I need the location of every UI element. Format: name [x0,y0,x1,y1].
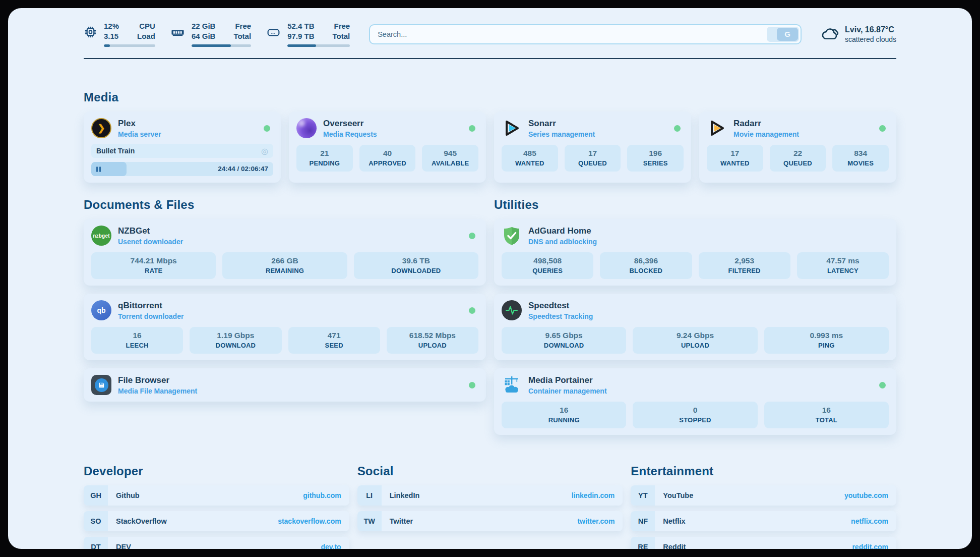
stat-value: 22 [772,149,824,158]
stat-value: 744.21 Mbps [93,256,214,265]
stat-value: 12% [104,21,119,31]
section-social: Social LI LinkedIn linkedin.com TW Twitt… [357,464,623,531]
stat-chip: 40APPROVED [359,145,416,172]
section-media: Media ❯ Plex Media server Bullet Train ◎ [84,90,896,183]
link-row-twitter[interactable]: TW Twitter twitter.com [357,511,623,531]
search-provider-button[interactable]: G [767,27,799,42]
stat-value: 834 [834,149,887,158]
system-stat-memory: 22 GiB Free 64 GiB Total [170,21,251,47]
service-title: Plex [118,119,161,129]
link-tag: SO [84,511,108,531]
qbittorrent-icon-label: qb [97,306,105,314]
stat-chip: 2,953FILTERED [699,252,790,279]
stat-label: LEECH [93,342,181,349]
playback-progress-fill [91,162,127,176]
service-card-qbittorrent[interactable]: qb qBittorrent Torrent downloader 16LEEC… [84,294,486,360]
stat-value: 21 [298,149,351,158]
link-row-reddit[interactable]: RE Reddit reddit.com [631,537,896,549]
stat-chip: 1.19 GbpsDOWNLOAD [190,327,281,354]
stat-value: 266 GB [224,256,345,265]
service-title: AdGuard Home [528,226,597,236]
weather-widget: Lviv, 16.87°C scattered clouds [821,25,896,43]
link-name: Twitter [382,511,413,531]
sonarr-icon [502,118,522,138]
search-input[interactable] [369,24,802,44]
disk-icon [266,25,281,40]
status-dot [879,125,886,132]
link-url: youtube.com [844,485,896,506]
stat-value: 16 [504,406,624,415]
stat-chip: 16RUNNING [502,402,626,428]
service-card-adguard[interactable]: AdGuard Home DNS and adblocking 498,508Q… [494,219,896,286]
system-stat-cpu: 12% CPU 3.15 Load [84,21,155,47]
stat-label: SERIES [629,159,682,167]
stat-value: 0 [635,406,755,415]
service-card-speedtest[interactable]: Speedtest Speedtest Tracking 9.65 GbpsDO… [494,294,896,360]
ram-icon [170,25,185,40]
disk-progress-fill [287,44,316,47]
stat-label: DOWNLOAD [192,342,279,349]
section-documents: Documents & Files nzbget NZBGet Usenet d… [84,198,486,402]
link-row-dev[interactable]: DT DEV dev.to [84,537,349,549]
link-row-netflix[interactable]: NF Netflix netflix.com [631,511,896,531]
service-subtitle: Series management [528,130,595,138]
disk-progress-bar [287,44,350,47]
service-card-sonarr[interactable]: Sonarr Series management 485WANTED 17QUE… [494,112,691,183]
cloud-icon [821,25,839,43]
stat-value: 3.15 [104,31,119,41]
link-name: Github [108,485,140,506]
link-row-github[interactable]: GH Github github.com [84,485,349,506]
stat-label: BLOCKED [602,267,690,274]
pause-icon [96,166,98,172]
link-name: DEV [108,537,131,549]
service-card-radarr[interactable]: Radarr Movie management 17WANTED 22QUEUE… [699,112,896,183]
stat-value: 39.6 TB [356,256,476,265]
overseerr-icon [296,118,317,138]
link-name: StackOverflow [108,511,167,531]
stat-label: WANTED [504,159,556,167]
system-stats: 12% CPU 3.15 Load 22 GiB [84,21,350,47]
stat-value: 471 [290,331,378,340]
service-title: Sonarr [528,119,595,129]
link-row-youtube[interactable]: YT YouTube youtube.com [631,485,896,506]
stat-chip: 0STOPPED [633,402,757,428]
stat-chip: 196SERIES [627,145,684,172]
service-card-plex[interactable]: ❯ Plex Media server Bullet Train ◎ 24:44… [84,112,281,183]
service-card-filebrowser[interactable]: File Browser Media File Management [84,368,486,402]
stat-chip: 22QUEUED [770,145,826,172]
service-card-nzbget[interactable]: nzbget NZBGet Usenet downloader 744.21 M… [84,219,486,286]
adguard-icon [502,226,522,246]
section-title-developer: Developer [84,464,349,478]
stat-value: 64 GiB [192,31,216,41]
link-row-linkedin[interactable]: LI LinkedIn linkedin.com [357,485,623,506]
stat-chip: 471SEED [288,327,380,354]
stat-label: REMAINING [224,267,345,274]
weather-location-temp: Lviv, 16.87°C [845,25,896,34]
stat-value: 22 GiB [192,21,216,31]
stat-label: PENDING [298,159,351,167]
service-subtitle: Media File Management [118,387,197,395]
service-card-overseerr[interactable]: Overseerr Media Requests 21PENDING 40APP… [289,112,486,183]
link-name: Reddit [655,537,686,549]
filebrowser-icon [91,375,111,395]
service-subtitle: DNS and adblocking [528,238,597,246]
service-title: Speedtest [528,301,593,311]
service-card-portainer[interactable]: Media Portainer Container management 16R… [494,368,896,435]
service-title: Overseerr [323,119,377,129]
stat-value: 16 [766,406,887,415]
link-row-stackoverflow[interactable]: SO StackOverflow stackoverflow.com [84,511,349,531]
stat-chip: 945AVAILABLE [422,145,478,172]
stat-value: 52.4 TB [287,21,314,31]
service-title: NZBGet [118,226,183,236]
speedtest-icon [502,300,522,320]
stat-chip: 39.6 TBDOWNLOADED [354,252,478,279]
stat-value: 618.52 Mbps [389,331,476,340]
plex-icon: ❯ [91,118,111,138]
stat-label: UPLOAD [635,342,755,349]
link-name: YouTube [655,485,693,506]
stat-label: MOVIES [834,159,887,167]
nzbget-icon: nzbget [91,226,111,246]
stat-label: QUERIES [504,267,591,274]
stat-value: 0.993 ms [766,331,887,340]
search-provider-label: G [777,28,798,41]
